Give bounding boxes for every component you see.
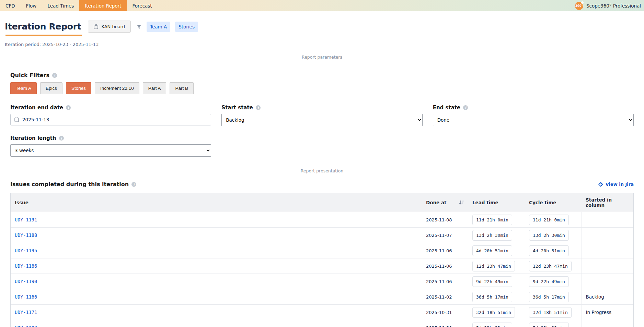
issues-table-body: UDY-1191 2025-11-08 11d 21h 0min 11d 21h… (11, 212, 633, 327)
issue-key-link[interactable]: UDY-1166 (15, 294, 37, 300)
nav-tab-label: Iteration Report (85, 3, 121, 9)
info-icon[interactable]: i (131, 182, 136, 187)
quick-filter-label: Stories (71, 86, 86, 91)
lead-time-badge: 5d 23h 23min (472, 323, 512, 327)
sort-descending-icon[interactable] (459, 200, 464, 205)
started-in-column-value (582, 228, 633, 243)
column-header-lead-time[interactable]: Lead time (468, 193, 525, 212)
end-state-label-row: End state i (433, 105, 634, 111)
iteration-length-select[interactable]: 3 weeks (10, 144, 211, 157)
info-icon[interactable]: i (66, 105, 71, 110)
issues-title: Issues completed during this iteration (10, 181, 129, 187)
done-at-value: 2025-10-30 (426, 325, 452, 327)
done-at-value: 2025-11-07 (426, 233, 452, 238)
quick-filter-label: Increment 22.10 (100, 86, 134, 91)
calendar-icon (14, 117, 19, 122)
table-row: UDY-1186 2025-11-06 12d 23h 47min 12d 23… (11, 258, 633, 274)
iteration-end-date-input[interactable]: 2025-11-13 (10, 114, 211, 125)
info-icon[interactable]: i (463, 105, 468, 110)
iteration-end-date-value: 2025-11-13 (22, 117, 49, 122)
issue-key-link[interactable]: UDY-1191 (15, 217, 37, 222)
issue-key-link[interactable]: UDY-1188 (15, 232, 37, 238)
info-icon[interactable]: i (59, 136, 64, 141)
table-row: UDY-1190 2025-11-06 9d 22h 49min 9d 22h … (11, 274, 633, 289)
lead-time-badge: 4d 20h 51min (472, 245, 512, 256)
column-header-issue[interactable]: Issue (11, 193, 422, 212)
lead-time-badge: 11d 21h 0min (472, 215, 512, 225)
cycle-time-badge: 13d 2h 30min (529, 230, 569, 241)
quick-filters-title: Quick Filters (10, 72, 49, 78)
done-at-header-label: Done at (426, 200, 447, 205)
end-state-label: End state (433, 105, 460, 111)
quick-filter-label: Part A (148, 86, 161, 91)
column-header-cycle-time[interactable]: Cycle time (525, 193, 582, 212)
quick-filter-label: Part B (175, 86, 188, 91)
cycle-time-badge: 12d 23h 47min (529, 261, 572, 271)
table-row: UDY-1195 2025-11-06 4d 20h 51min 4d 20h … (11, 243, 633, 258)
nav-tab[interactable]: Iteration Report (79, 0, 127, 11)
quick-filter-button[interactable]: Epics (40, 82, 62, 94)
jira-icon (598, 182, 603, 187)
quick-filter-button[interactable]: Increment 22.10 (95, 82, 139, 94)
view-in-jira-label: View in Jira (606, 182, 634, 187)
table-row: UDY-1171 2025-10-31 32d 18h 51min 32d 18… (11, 305, 633, 320)
column-header-started-in-column[interactable]: Started in column (582, 193, 633, 212)
end-state-field: End state i Done (433, 105, 634, 126)
issues-table-header: Issue Done at Lead time (11, 193, 633, 212)
info-icon[interactable]: i (52, 73, 57, 78)
nav-tab-label: Lead Times (47, 3, 74, 9)
report-parameters-label: Report parameters (302, 54, 342, 60)
nav-tab[interactable]: Forecast (127, 0, 158, 11)
end-state-select[interactable]: Done (433, 114, 634, 126)
table-row: UDY-1183 2025-10-30 5d 23h 23min 5d 23h … (11, 320, 633, 327)
report-presentation-label: Report presentation (301, 168, 344, 173)
done-at-value: 2025-11-08 (426, 217, 452, 222)
done-at-value: 2025-11-06 (426, 264, 452, 269)
filter-chip[interactable]: Stories (175, 22, 198, 32)
nav-tab[interactable]: Lead Times (42, 0, 79, 11)
filter-funnel-icon[interactable] (136, 24, 142, 29)
issues-table: Issue Done at Lead time (10, 193, 634, 327)
iteration-length-field: Iteration length i 3 weeks (10, 135, 211, 157)
quick-filter-label: Epics (46, 86, 57, 91)
nav-tabs: CFD Flow Lead Times Iteration Report For… (0, 0, 158, 11)
started-in-column-value: In Progress (582, 305, 633, 320)
start-state-select[interactable]: Backlog (221, 114, 422, 126)
quick-filter-button[interactable]: Part A (143, 82, 166, 94)
started-in-column-value (582, 258, 633, 274)
done-at-value: 2025-10-31 (426, 310, 452, 315)
table-row: UDY-1188 2025-11-07 13d 2h 30min 13d 2h … (11, 228, 633, 243)
start-state-label: Start state (221, 105, 253, 111)
lead-time-badge: 36d 5h 17min (472, 292, 512, 302)
issues-heading-row: Issues completed during this iteration i… (10, 181, 634, 187)
cycle-time-badge: 11d 21h 0min (529, 215, 569, 225)
report-presentation-section: Issues completed during this iteration i… (0, 181, 644, 327)
quick-filters-heading: Quick Filters i (10, 72, 634, 78)
issue-key-link[interactable]: UDY-1186 (15, 263, 37, 269)
table-row: UDY-1166 2025-11-02 36d 5h 17min 36d 5h … (11, 289, 633, 305)
quick-filter-button[interactable]: Stories (66, 82, 91, 94)
issue-key-link[interactable]: UDY-1195 (15, 248, 37, 253)
lead-time-badge: 12d 23h 47min (472, 261, 515, 271)
info-icon[interactable]: i (256, 105, 261, 110)
started-in-column-value (582, 212, 633, 228)
nav-tab[interactable]: CFD (0, 0, 21, 11)
started-in-column-value (582, 243, 633, 258)
filter-chip-label: Stories (179, 24, 195, 29)
nav-tab[interactable]: Flow (21, 0, 42, 11)
view-in-jira-link[interactable]: View in Jira (598, 182, 634, 187)
start-state-label-row: Start state i (221, 105, 422, 111)
done-at-value: 2025-11-06 (426, 279, 452, 284)
kan-board-button[interactable]: KAN board (88, 21, 131, 33)
report-parameters-section: Quick Filters i Team A Epics Stories Inc… (0, 72, 644, 157)
started-in-column-value: Backlog (582, 289, 633, 305)
report-parameters-form: Iteration end date i 2025-11-13 Start st… (10, 105, 634, 157)
quick-filter-button[interactable]: Team A (10, 82, 37, 94)
issue-key-link[interactable]: UDY-1171 (15, 310, 37, 315)
issue-key-link[interactable]: UDY-1190 (15, 279, 37, 284)
quick-filter-button[interactable]: Part B (170, 82, 194, 94)
filter-chip[interactable]: Team A (147, 22, 170, 32)
report-parameters-divider: Report parameters (4, 54, 640, 60)
column-header-done-at[interactable]: Done at (422, 193, 468, 212)
issue-key-link[interactable]: UDY-1183 (15, 325, 37, 327)
